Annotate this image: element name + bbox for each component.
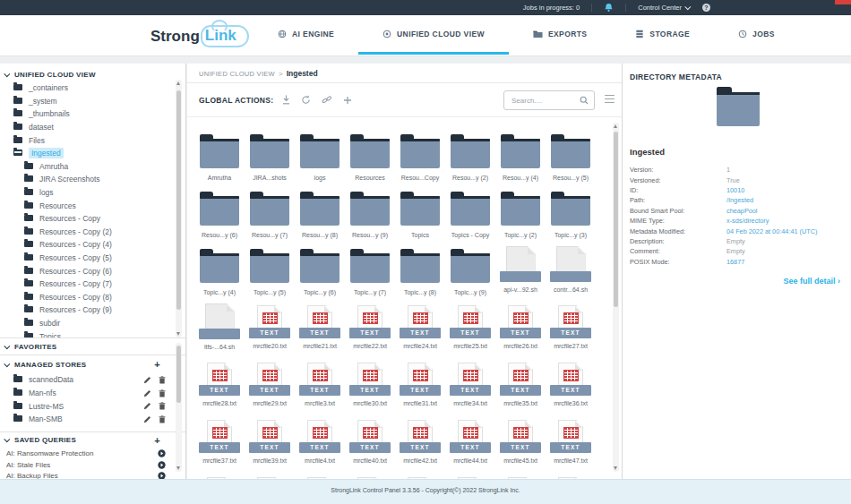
tree-item[interactable]: Resources - Copy (9) [0,303,174,317]
grid-item[interactable]: TEXTmrcfile44.txt [445,418,495,475]
grid-item[interactable]: TEXTmrcfile47.txt [546,418,596,475]
grid-item[interactable]: TEXTmrcfile27.txt [546,303,596,361]
tree-item[interactable]: Resources - Copy (6) [0,264,174,278]
link-icon[interactable] [322,95,332,105]
grid-item[interactable]: Topic...y (6) [295,246,345,303]
sidebar-lower-scrollbar[interactable] [176,343,182,472]
grid-item[interactable]: TEXTmrcfile40.txt [345,418,395,475]
grid-item[interactable]: TEXTmrcfile29.txt [245,361,295,418]
grid-item[interactable]: Resou...y (7) [245,189,295,246]
tree-item[interactable]: dataset [0,121,174,134]
grid-item[interactable]: Topic...y (8) [395,246,445,303]
grid-item[interactable]: Resou...y (6) [194,189,245,246]
grid-item[interactable]: TEXTmrcfile42.txt [395,418,445,475]
tab-unified-cloud-view[interactable]: UNIFIED CLOUD VIEW [358,15,509,55]
grid-item[interactable]: Topic...y (5) [245,246,295,303]
grid-item[interactable]: logs [295,132,345,189]
grid-item[interactable]: Resou...Copy [395,132,445,189]
grid-item[interactable]: Resou...y (2) [445,132,495,189]
grid-item[interactable]: Resou...y (5) [546,132,596,189]
grid-item[interactable]: Topic...y (4) [194,246,245,303]
scroll-up-arrow[interactable] [176,81,180,85]
tree-item[interactable]: Topics [0,329,174,337]
tree-item[interactable]: Resources - Copy (5) [0,252,174,265]
scroll-thumb[interactable] [176,346,181,403]
notifications-bell-icon[interactable] [604,3,614,13]
grid-item[interactable]: Resou...y (4) [495,132,546,189]
tree-scrollbar[interactable] [176,80,182,337]
tab-exports[interactable]: EXPORTS [509,15,611,55]
run-query-icon[interactable] [158,461,166,469]
grid-item[interactable]: TEXTmrcfile24.txt [395,303,445,361]
grid-item[interactable]: Resources [345,132,395,189]
grid-item[interactable]: TEXTmrcfile4.txt [295,418,345,475]
tree-item[interactable]: _thumbnails [0,107,174,121]
saved-query-item[interactable]: AI: Stale Files [0,459,185,470]
grid-item[interactable]: TEXTmrcfile34.txt [445,361,495,418]
scroll-down-arrow[interactable] [176,332,180,336]
tree-item[interactable]: Resources - Copy (4) [0,238,174,252]
edit-icon[interactable] [143,402,151,410]
grid-item[interactable]: TEXTmrcfile20.txt [245,303,295,361]
tree-item[interactable]: Resources - Copy (8) [0,291,174,304]
grid-item[interactable]: Resou...y (8) [295,189,345,246]
managed-store-item[interactable]: Lustre-MS [0,399,185,413]
tree-item[interactable]: subdir [0,317,174,330]
grid-item[interactable]: TEXTmrcfile22.txt [345,303,395,361]
refresh-icon[interactable] [301,95,311,105]
grid-item[interactable]: Topics - Copy [445,189,495,246]
tree-item[interactable]: Resources [0,199,174,212]
tree-item[interactable]: _system [0,95,174,108]
grid-item[interactable]: TEXTmrcfile30.txt [345,361,395,418]
grid-item[interactable]: Topic...y (9) [445,246,495,303]
delete-icon[interactable] [159,389,166,397]
scroll-thumb[interactable] [176,90,181,310]
favorites-header[interactable]: FAVORITES [0,338,185,355]
search-icon[interactable] [580,96,594,105]
grid-item[interactable]: TEXTmrcfile28.txt [194,361,245,418]
search-input[interactable] [504,97,580,105]
tree-item[interactable]: Files [0,133,174,147]
grid-item[interactable]: Topic...y (3) [546,189,596,246]
grid-item[interactable]: Topic...y (7) [345,246,395,303]
metadata-value[interactable]: 04 Feb 2022 at 00:44:41 (UTC) [726,227,817,235]
control-center-menu[interactable]: Control Center [638,4,691,12]
managed-store-item[interactable]: Man-nfs [0,387,185,400]
grid-item[interactable]: ltfs-...64.sh [194,303,245,361]
grid-item[interactable]: TEXTmrcfile39.txt [245,418,295,475]
breadcrumb-root[interactable]: UNIFIED CLOUD VIEW [199,70,275,78]
download-icon[interactable] [282,95,290,105]
grid-item[interactable]: TEXTmrcfile36.txt [546,361,596,418]
tab-jobs[interactable]: JOBS [714,15,799,55]
metadata-value[interactable]: 16877 [726,258,744,266]
see-full-detail-link[interactable]: See full detail › [783,277,840,286]
grid-item[interactable]: TEXTmrcfile21.txt [295,303,345,361]
tree-header[interactable]: UNIFIED CLOUD VIEW [0,68,185,81]
metadata-value[interactable]: /Ingested [726,196,753,204]
managed-store-item[interactable]: scannedData [0,373,185,387]
tree-item[interactable]: logs [0,186,174,200]
scroll-down-arrow[interactable] [176,466,180,470]
delete-icon[interactable] [159,376,166,384]
grid-item[interactable]: TEXTmrcfile25.txt [445,303,495,361]
grid-item[interactable]: TEXTmrcfile45.txt [495,418,546,475]
delete-icon[interactable] [159,415,166,423]
metadata-value[interactable]: 10010 [726,186,744,194]
tree-item[interactable]: _containers [0,81,174,95]
tree-item[interactable]: Resources - Copy (2) [0,226,174,239]
grid-item[interactable]: api-v...92.sh [495,246,546,303]
grid-item[interactable]: TEXTmrcfile35.txt [495,361,546,418]
grid-item[interactable]: TEXTmrcfile37.txt [194,418,245,475]
managed-stores-header[interactable]: MANAGED STORES+ [0,355,185,373]
grid-item[interactable]: TEXTmrcfile3.txt [295,361,345,418]
tree-item[interactable]: JIRA Screenshots [0,173,174,186]
grid-item[interactable]: contr...64.sh [546,246,596,303]
metadata-value[interactable]: cheapPool [726,207,758,215]
grid-item[interactable]: Resou...y (9) [345,189,395,246]
scroll-thumb[interactable] [614,132,618,307]
run-query-icon[interactable] [158,449,166,457]
tab-ai-engine[interactable]: AI ENGINE [254,15,358,55]
scroll-up-arrow[interactable] [614,124,617,128]
grid-item[interactable]: Amrutha [194,132,245,189]
grid-item[interactable]: TEXTmrcfile26.txt [495,303,546,361]
